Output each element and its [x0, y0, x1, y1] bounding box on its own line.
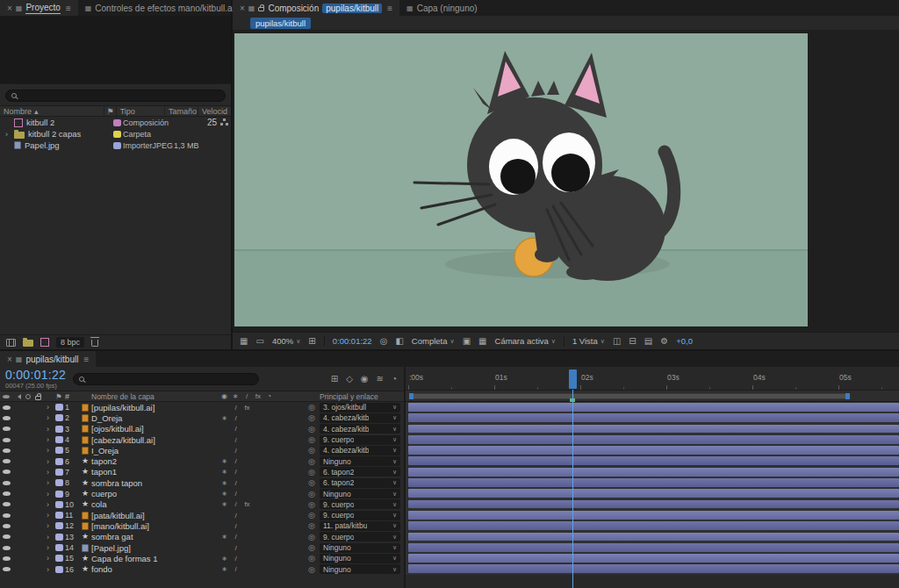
layer-visibility-toggle[interactable] [0, 438, 12, 442]
layer-expand-arrow[interactable]: › [43, 543, 53, 552]
layer-row[interactable]: › 10 ★ cola ∗/fx ◎ 9. cuerpo∨ [0, 499, 404, 510]
layer-name[interactable]: I_Oreja [91, 446, 219, 455]
layer-label-chip[interactable] [53, 534, 65, 541]
layer-row[interactable]: › 16 ★ fondo ∗/ ◎ Ninguno∨ [0, 563, 404, 574]
layer-duration-bar[interactable] [408, 403, 899, 412]
comp-render-area[interactable] [234, 33, 808, 326]
hide-shy-layers-icon[interactable]: ◉ [361, 374, 369, 384]
view-options-icon[interactable]: ◫ [613, 336, 621, 346]
layer-row[interactable]: › 3 [ojos/kitbull.ai] / ◎ 4. cabeza/kitb… [0, 424, 404, 434]
layer-row[interactable]: › 4 [cabeza/kitbull.ai] / ◎ 9. cuerpo∨ [0, 434, 404, 445]
project-search[interactable] [5, 90, 226, 102]
parent-pickwhip-icon[interactable]: ◎ [308, 425, 320, 434]
preview-monitor-icon[interactable]: ▭ [255, 336, 263, 346]
label-color-chip[interactable] [55, 566, 63, 573]
lock-column-icon[interactable] [32, 393, 43, 400]
project-column-headers[interactable]: Nombre▴ ⚑ Tipo Tamaño Velocid [0, 105, 231, 117]
label-color-chip[interactable] [55, 479, 63, 486]
layer-duration-bar[interactable] [408, 478, 899, 487]
layer-visibility-toggle[interactable] [0, 448, 12, 453]
layer-switches[interactable]: ∗/ [219, 555, 275, 563]
comp-breadcrumb[interactable]: pupilas/kitbull [250, 18, 311, 29]
layer-name[interactable]: D_Oreja [91, 413, 219, 423]
layer-row[interactable]: › 1 [pupilas/kitbull.ai] /fx ◎ 3. ojos/k… [0, 402, 404, 412]
layer-label-chip[interactable] [53, 479, 65, 486]
layer-duration-row[interactable] [406, 520, 899, 531]
layer-label-chip[interactable] [53, 469, 65, 476]
label-column-icon[interactable]: ⚑ [107, 107, 114, 116]
timeline-search[interactable] [73, 373, 259, 385]
tab-composition[interactable]: × ▦ Composición pupilas/kitbull ≡ [233, 0, 399, 16]
parent-dropdown[interactable]: 9. cuerpo∨ [320, 532, 400, 541]
layer-duration-bar[interactable] [408, 511, 899, 520]
layer-visibility-toggle[interactable] [0, 470, 12, 474]
layer-duration-row[interactable] [406, 424, 899, 434]
layer-expand-arrow[interactable]: › [43, 457, 53, 466]
parent-dropdown[interactable]: 4. cabeza/kitb∨ [320, 413, 400, 423]
layer-row[interactable]: › 12 [mano/kitbull.ai] / ◎ 11. pata/kitb… [0, 520, 404, 531]
layer-visibility-toggle[interactable] [0, 546, 12, 550]
channels-icon[interactable]: ◧ [395, 336, 403, 346]
tab-timeline[interactable]: × ▦ pupilas/kitbull ≡ [0, 351, 96, 367]
magnification-dropdown[interactable]: 400%∨ [272, 336, 300, 346]
column-name[interactable]: Nombre [4, 107, 32, 116]
layer-label-chip[interactable] [53, 447, 65, 454]
parent-dropdown[interactable]: 6. tapon2∨ [320, 467, 400, 477]
parent-dropdown[interactable]: 6. tapon2∨ [320, 478, 400, 488]
layer-expand-arrow[interactable]: › [43, 500, 53, 509]
composition-flowchart-icon[interactable]: ⊞ [331, 374, 338, 384]
tab-layer[interactable]: ▦ Capa (ninguno) [399, 0, 485, 16]
motion-blur-icon[interactable]: ◔ [392, 374, 397, 384]
label-color-chip[interactable] [55, 501, 63, 508]
label-color-chip[interactable] [55, 426, 63, 433]
layer-row[interactable]: › 2 D_Oreja ∗/ ◎ 4. cabeza/kitb∨ [0, 412, 404, 423]
layer-label-chip[interactable] [53, 522, 65, 529]
layer-row[interactable]: › 9 ★ cuerpo ∗/ ◎ Ninguno∨ [0, 488, 404, 498]
work-area-bar[interactable] [409, 393, 850, 399]
layer-expand-arrow[interactable]: › [43, 554, 53, 563]
layer-duration-row[interactable] [406, 434, 899, 445]
layer-expand-arrow[interactable]: › [43, 511, 53, 520]
layer-name[interactable]: [pata/kitbull.ai] [91, 511, 219, 520]
panel-menu-icon[interactable]: ≡ [83, 355, 89, 364]
layer-duration-bar[interactable] [408, 533, 899, 541]
layer-expand-arrow[interactable]: › [43, 446, 53, 455]
close-icon[interactable]: × [7, 4, 12, 13]
label-color-chip[interactable] [55, 534, 63, 541]
layer-duration-bar[interactable] [408, 435, 899, 444]
fast-previews-icon[interactable]: ▤ [644, 336, 652, 346]
parent-column-label[interactable]: Principal y enlace [320, 392, 404, 401]
parent-pickwhip-icon[interactable]: ◎ [308, 413, 320, 422]
layer-switches[interactable]: /fx [219, 404, 275, 412]
layer-name[interactable]: sombra tapon [91, 478, 219, 488]
layer-switches[interactable]: ∗/ [219, 457, 275, 465]
layer-duration-bar[interactable] [408, 446, 899, 455]
label-color-chip[interactable] [55, 512, 63, 519]
project-item-row[interactable]: kitbull 2 Composición 25 [0, 117, 231, 128]
column-type[interactable]: Tipo [117, 106, 165, 116]
parent-dropdown[interactable]: 3. ojos/kitbull∨ [320, 403, 400, 412]
label-column-icon[interactable]: ⚑ [53, 392, 65, 401]
layer-expand-arrow[interactable]: › [43, 478, 53, 487]
layer-visibility-toggle[interactable] [0, 567, 12, 571]
parent-pickwhip-icon[interactable]: ◎ [308, 533, 320, 541]
label-color-chip[interactable] [55, 414, 63, 421]
layer-switches[interactable]: ∗/ [219, 414, 275, 422]
label-color-chip[interactable] [113, 119, 121, 126]
label-color-chip[interactable] [55, 491, 63, 498]
frame-blending-icon[interactable]: ≋ [377, 374, 384, 384]
exposure-offset[interactable]: +0,0 [676, 336, 693, 346]
parent-dropdown[interactable]: Ninguno∨ [320, 456, 400, 466]
parent-pickwhip-icon[interactable]: ◎ [308, 543, 320, 552]
label-color-chip[interactable] [55, 469, 63, 476]
layer-row[interactable]: › 5 I_Oreja / ◎ 4. cabeza/kitb∨ [0, 445, 404, 455]
layer-label-chip[interactable] [53, 544, 65, 551]
region-of-interest-icon[interactable]: ▣ [463, 336, 471, 346]
layer-name[interactable]: [pupilas/kitbull.ai] [91, 403, 219, 412]
layer-duration-row[interactable] [406, 445, 899, 455]
parent-dropdown[interactable]: Ninguno∨ [320, 489, 400, 498]
new-folder-icon[interactable] [23, 340, 33, 347]
layer-visibility-toggle[interactable] [0, 534, 12, 539]
layer-visibility-toggle[interactable] [0, 502, 12, 506]
layer-name[interactable]: [mano/kitbull.ai] [91, 521, 219, 531]
